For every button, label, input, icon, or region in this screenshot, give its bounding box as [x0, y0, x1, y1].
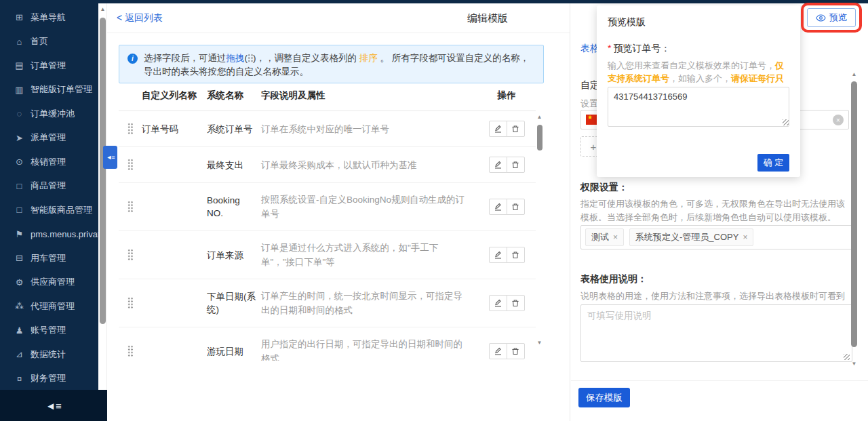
product-icon: □: [14, 181, 24, 191]
role-tag-label: 系统预定义-管理员_COPY: [635, 231, 738, 243]
panel-scrollbar-thumb[interactable]: [851, 81, 857, 347]
edit-button[interactable]: [489, 247, 507, 263]
info-icon: i: [127, 54, 138, 64]
header-ops: 操作: [477, 89, 536, 102]
table-row: 订单号码 系统订单号 订单在系统中对应的唯一订单号: [119, 111, 536, 147]
pencil-icon: [494, 161, 502, 169]
plus-icon: +: [591, 141, 597, 153]
drag-handle-icon: [127, 297, 134, 309]
pencil-icon: [494, 251, 502, 259]
sidebar-item-finance[interactable]: ¤财务管理: [0, 367, 98, 391]
collapse-sidebar-icon: ◄≡: [45, 400, 62, 412]
cell-system-name: 订单来源: [207, 249, 261, 262]
sidebar-item-smart-products[interactable]: □智能版商品管理: [0, 198, 98, 222]
sidebar-item-label: 智能版商品管理: [31, 204, 92, 216]
supplier-icon: ⚙: [14, 277, 24, 287]
table-scrollbar-thumb[interactable]: [537, 125, 542, 151]
sidebar-item-statistics[interactable]: ⊿数据统计: [0, 342, 98, 367]
table-row: 游玩日期 用户指定的出行日期，可指定导出的日期和时间的格式: [119, 327, 536, 361]
hint-strong: 单号: [652, 73, 669, 83]
edit-button[interactable]: [489, 121, 507, 137]
sidebar-item-smart-orders[interactable]: ▥智能版订单管理: [0, 78, 98, 102]
row-drag-handle[interactable]: [119, 297, 142, 309]
resize-handle[interactable]: [844, 354, 850, 360]
app-root: ⊞菜单导航 ⌂首页 ▤订单管理 ▥智能版订单管理 ◌订单缓冲池 ➤派单管理 ⊙核…: [0, 0, 868, 421]
car-icon: ⊟: [14, 253, 24, 263]
confirm-button[interactable]: 确 定: [757, 154, 789, 172]
sidebar: ⊞菜单导航 ⌂首页 ▤订单管理 ▥智能版订单管理 ◌订单缓冲池 ➤派单管理 ⊙核…: [0, 3, 98, 390]
sidebar-item-suppliers[interactable]: ⚙供应商管理: [0, 270, 98, 295]
delete-button[interactable]: [507, 295, 525, 311]
order-icon: ▤: [14, 60, 24, 71]
sidebar-item-home[interactable]: ⌂首页: [0, 30, 98, 54]
sidebar-item-agents[interactable]: ⁂代理商管理: [0, 294, 98, 319]
table-row: 订单来源 订单是通过什么方式进入系统的，如"手工下单"，"接口下单"等: [119, 231, 536, 279]
banner-text-1: 选择字段后，可通过: [144, 53, 226, 63]
clear-icon[interactable]: ×: [833, 115, 844, 125]
scroll-down-icon[interactable]: ▼: [535, 340, 544, 346]
sidebar-scrollbar[interactable]: ▲: [98, 3, 107, 390]
preview-button-label: 预览: [829, 12, 847, 24]
row-drag-handle[interactable]: [119, 345, 142, 357]
sidebar-item-label: 智能版订单管理: [31, 83, 92, 96]
cell-desc: 按照系统设置-自定义BookingNo规则自动生成的订单号: [261, 193, 477, 221]
role-tag: 测试×: [585, 228, 624, 246]
row-drag-handle[interactable]: [119, 159, 142, 171]
pencil-icon: [494, 347, 502, 355]
sidebar-item-pms-private[interactable]: ⚑pms.menus.private-t: [0, 222, 98, 247]
sidebar-item-order-buffer[interactable]: ◌订单缓冲池: [0, 102, 98, 126]
table-header-row: 自定义列名称 系统名称 字段说明及属性 操作: [119, 84, 536, 111]
scroll-up-icon[interactable]: ▲: [98, 6, 107, 12]
drag-handle-icon: [127, 123, 134, 135]
sidebar-collapse-button[interactable]: ◄≡: [0, 390, 107, 421]
sidebar-item-accounts[interactable]: ♟账号管理: [0, 319, 98, 343]
edit-button[interactable]: [489, 295, 507, 311]
scroll-up-icon[interactable]: ▲: [535, 114, 544, 120]
dispatch-icon: ➤: [14, 133, 24, 143]
cell-system-name: 游玩日期: [207, 345, 261, 358]
row-drag-handle[interactable]: [119, 123, 142, 135]
save-template-button[interactable]: 保存模版: [578, 388, 630, 407]
info-banner: i 选择字段后，可通过拖拽()，，调整自定义表格列的 排序 。 所有字段都可设置…: [119, 45, 544, 83]
remove-tag-icon[interactable]: ×: [613, 233, 618, 242]
sidebar-item-label: 菜单导航: [31, 12, 66, 24]
sidebar-item-products[interactable]: □商品管理: [0, 174, 98, 199]
usage-textarea[interactable]: [580, 304, 852, 362]
order-no-textarea[interactable]: 431754413716569: [608, 87, 789, 127]
field-nav-widget[interactable]: ◄≡: [103, 146, 117, 169]
row-drag-handle[interactable]: [119, 249, 142, 261]
edit-button[interactable]: [489, 343, 507, 359]
agent-icon: ⁂: [14, 301, 24, 311]
sidebar-item-verification[interactable]: ⊙核销管理: [0, 150, 98, 174]
remove-tag-icon[interactable]: ×: [743, 233, 747, 242]
cell-custom-name: 订单号码: [142, 123, 207, 136]
flag-star: ★: [587, 114, 593, 121]
table-scrollbar[interactable]: ▲ ▼: [535, 114, 544, 346]
role-multiselect[interactable]: 测试× 系统预定义-管理员_COPY×: [580, 225, 852, 249]
panel-scrollbar[interactable]: ▲ ▼: [850, 71, 859, 367]
sidebar-item-dispatch[interactable]: ➤派单管理: [0, 126, 98, 151]
sidebar-item-vehicles[interactable]: ⊟用车管理: [0, 246, 98, 270]
hint-text: ，如输入多个，: [669, 73, 731, 83]
delete-button[interactable]: [507, 199, 525, 215]
delete-button[interactable]: [507, 343, 525, 359]
preview-button[interactable]: 预览: [807, 8, 856, 27]
drag-handle-icon: [127, 345, 134, 357]
banner-sort-word: 排序: [359, 53, 378, 63]
sidebar-item-label: 供应商管理: [31, 276, 75, 288]
sidebar-item-orders[interactable]: ▤订单管理: [0, 54, 98, 78]
delete-button[interactable]: [507, 247, 525, 263]
resize-handle[interactable]: [783, 119, 789, 125]
delete-button[interactable]: [507, 121, 525, 137]
edit-button[interactable]: [489, 199, 507, 215]
row-drag-handle[interactable]: [119, 201, 142, 213]
table-row: Booking NO. 按照系统设置-自定义BookingNo规则自动生成的订单…: [119, 183, 536, 231]
sidebar-scrollbar-thumb[interactable]: [100, 18, 106, 324]
sidebar-item-label: 账号管理: [31, 324, 66, 336]
delete-button[interactable]: [507, 157, 525, 173]
sidebar-item-menu-nav[interactable]: ⊞菜单导航: [0, 5, 98, 30]
scroll-down-icon[interactable]: ▼: [850, 361, 859, 367]
smart-product-icon: □: [14, 205, 24, 215]
edit-button[interactable]: [489, 157, 507, 173]
scroll-up-icon[interactable]: ▲: [850, 71, 859, 77]
